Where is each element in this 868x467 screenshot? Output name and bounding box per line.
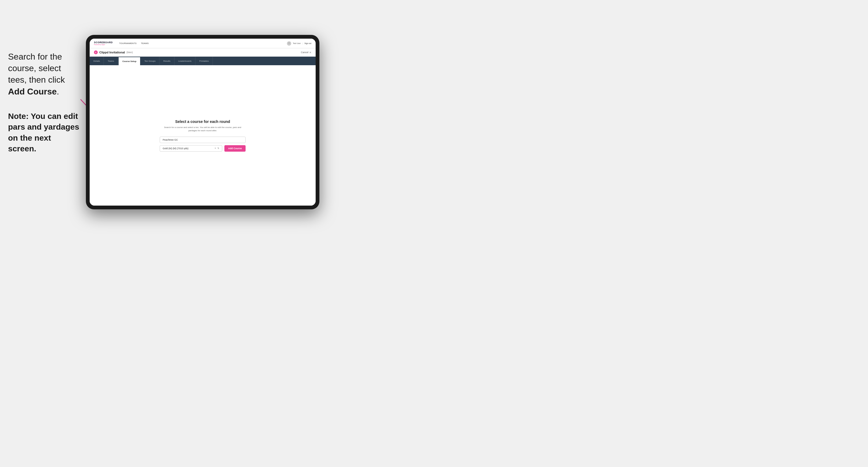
- top-navbar: SCOREBOARD Powered by clippd TOURNAMENTS…: [90, 39, 316, 48]
- note-text: Note: You can edit pars and yardages on …: [8, 111, 81, 154]
- tab-teams[interactable]: Teams: [104, 57, 118, 65]
- pipe: |: [302, 42, 303, 44]
- tab-results[interactable]: Results: [159, 57, 175, 65]
- user-avatar: T: [287, 41, 291, 45]
- logo-sub-text: Powered by clippd: [94, 44, 113, 45]
- sign-out-link[interactable]: Sign out: [304, 42, 311, 44]
- logo-main-text: SCOREBOARD: [94, 41, 113, 44]
- tee-select-controls: ✕ ⇅: [214, 147, 219, 150]
- annotation-panel: Search for the course, select tees, then…: [8, 51, 81, 154]
- tournament-header: C Clippd Invitational (Men) Cancel ✕: [90, 48, 316, 57]
- cancel-x-icon: ✕: [309, 51, 311, 54]
- main-nav: TOURNAMENTS TEAMS: [119, 42, 149, 44]
- tournament-title-area: C Clippd Invitational (Men): [94, 51, 133, 54]
- tab-tee-groups[interactable]: Tee Groups: [141, 57, 159, 65]
- tournament-icon: C: [94, 51, 98, 54]
- tab-printables[interactable]: Printables: [195, 57, 213, 65]
- user-label: Test User: [293, 42, 301, 44]
- tab-details[interactable]: Details: [90, 57, 104, 65]
- tab-course-setup[interactable]: Course Setup: [118, 57, 141, 65]
- card-description: Search for a course and select a tee. Yo…: [160, 126, 246, 132]
- logo-area: SCOREBOARD Powered by clippd TOURNAMENTS…: [94, 41, 149, 45]
- clear-icon[interactable]: ✕: [214, 147, 216, 150]
- nav-teams[interactable]: TEAMS: [141, 42, 149, 44]
- tab-bar: Details Teams Course Setup Tee Groups Re…: [90, 57, 316, 65]
- user-area: T Test User | Sign out: [287, 41, 311, 45]
- instruction-text: Search for the course, select tees, then…: [8, 51, 81, 97]
- main-content: Select a course for each round Search fo…: [90, 65, 316, 206]
- sort-icon: ⇅: [217, 147, 219, 150]
- tournament-gender: (Men): [126, 51, 133, 54]
- nav-tournaments[interactable]: TOURNAMENTS: [119, 42, 136, 44]
- tablet-device: SCOREBOARD Powered by clippd TOURNAMENTS…: [86, 35, 319, 209]
- tab-leaderboards[interactable]: Leaderboards: [175, 57, 195, 65]
- tee-value: Gold (M) (M) (7010 yds): [163, 147, 188, 150]
- logo: SCOREBOARD Powered by clippd: [94, 41, 113, 45]
- tee-select-row: Gold (M) (M) (7010 yds) ✕ ⇅ Add Course: [160, 145, 246, 152]
- course-search-input[interactable]: [160, 136, 246, 143]
- tee-select[interactable]: Gold (M) (M) (7010 yds) ✕ ⇅: [160, 145, 222, 152]
- add-course-button[interactable]: Add Course: [224, 145, 246, 152]
- card-title: Select a course for each round: [160, 119, 246, 124]
- course-setup-card: Select a course for each round Search fo…: [160, 119, 246, 152]
- tournament-name: Clippd Invitational: [99, 51, 125, 54]
- cancel-button[interactable]: Cancel ✕: [301, 51, 311, 54]
